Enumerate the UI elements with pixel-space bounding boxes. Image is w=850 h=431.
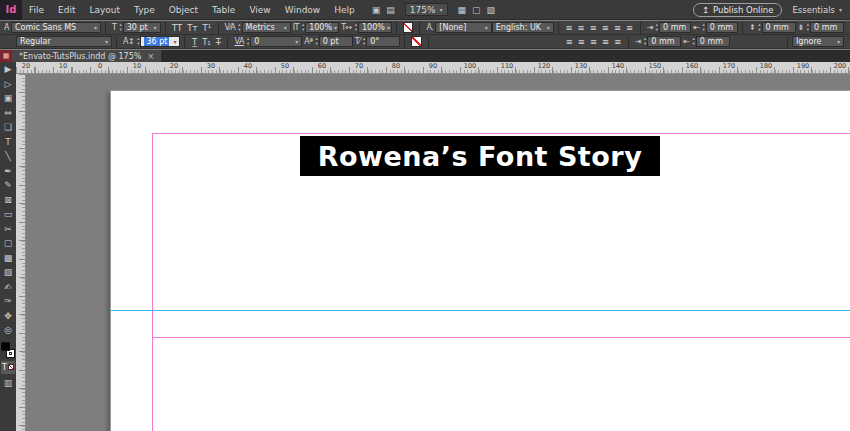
ruler-guide[interactable]	[110, 310, 850, 311]
hand-tool[interactable]: ✥	[0, 309, 16, 324]
vertical-scale-stepper[interactable]: ▴▾	[302, 23, 304, 32]
zoom-level-select[interactable]: 175% ▾	[405, 3, 448, 16]
justify-all-icon[interactable]: ≡	[563, 37, 575, 47]
font-size-field[interactable]: 30 pt ▾	[123, 22, 161, 33]
screen-mode-button[interactable]: ▥	[4, 378, 13, 388]
pen-tool[interactable]: ✒	[0, 164, 16, 179]
character-color-swatch[interactable]	[403, 22, 413, 33]
indent-left-stepper[interactable]: ▴▾	[656, 23, 658, 32]
zoom-tool[interactable]: ◎	[0, 323, 16, 338]
space-before-stepper[interactable]: ▴▾	[758, 23, 760, 32]
leading-field[interactable]: 36 pt ▾	[140, 36, 180, 47]
underline-icon[interactable]: T̲	[189, 37, 199, 47]
note-tool[interactable]: ✍	[0, 280, 16, 295]
screen-mode-icon[interactable]: ▢	[472, 5, 481, 15]
vertical-scale-field[interactable]: 100% ▾	[305, 22, 339, 33]
horizontal-scale-field[interactable]: 100% ▾	[358, 22, 392, 33]
menu-item[interactable]: Type	[127, 0, 162, 20]
type-tool[interactable]: T	[0, 135, 16, 150]
first-line-indent-stepper[interactable]: ▴▾	[644, 37, 646, 46]
horizontal-scale-stepper[interactable]: ▴▾	[355, 23, 357, 32]
horizontal-ruler[interactable]: 2010010203040506070809010011012013014015…	[16, 62, 850, 74]
space-before-field[interactable]: 0 mm	[762, 22, 796, 33]
vertical-ruler[interactable]	[16, 74, 26, 431]
rectangle-tool[interactable]: ▭	[0, 207, 16, 222]
tracking-field[interactable]: 0 ▾	[250, 36, 302, 47]
character-stroke-swatch[interactable]	[411, 36, 422, 47]
menu-item[interactable]: Window	[278, 0, 328, 20]
align-away-from-spine-icon[interactable]: ≡	[587, 37, 599, 47]
free-transform-tool[interactable]: ▢	[0, 236, 16, 251]
document-tab[interactable]: *Envato-TutsPlus.indd @ 175% ×	[12, 50, 161, 62]
leading-stepper[interactable]: ▴▾	[137, 37, 139, 46]
menu-item[interactable]: File	[22, 0, 51, 20]
selection-tool[interactable]: ▶	[0, 62, 16, 77]
font-size-stepper[interactable]: ▴▾	[119, 23, 121, 32]
preview-mode-icon[interactable]: ▣	[372, 5, 381, 15]
title-text-frame[interactable]: Rowena’s Font Story	[300, 136, 660, 176]
justify-center-icon[interactable]: ≡	[611, 23, 623, 33]
align-left-icon[interactable]: ≡	[563, 23, 575, 33]
indent-right-stepper[interactable]: ▴▾	[703, 23, 705, 32]
skew-stepper[interactable]: ▴▾	[363, 37, 365, 46]
menu-item[interactable]: Table	[205, 0, 242, 20]
line-tool[interactable]: ╲	[0, 149, 16, 164]
justify-right-icon[interactable]: ≡	[624, 23, 636, 33]
strikethrough-icon[interactable]: T̶	[213, 37, 223, 47]
menu-item[interactable]: View	[242, 0, 277, 20]
fill-swatch[interactable]	[1, 342, 10, 351]
language-select[interactable]: English: UK ▾	[492, 22, 554, 33]
skew-field[interactable]: 0°	[366, 36, 400, 47]
gap-tool[interactable]: ⇔	[0, 106, 16, 121]
content-collector-tool[interactable]: ❏	[0, 120, 16, 135]
tracking-stepper[interactable]: ▴▾	[247, 37, 249, 46]
arrange-documents-icon[interactable]: ▧	[487, 5, 496, 15]
gradient-feather-tool[interactable]: ▨	[0, 265, 16, 280]
workspace-switcher[interactable]: Essentials ▾	[792, 5, 842, 15]
baseline-shift-field[interactable]: 0 pt	[319, 36, 353, 47]
first-line-indent-field[interactable]: 0 mm	[647, 36, 681, 47]
gradient-swatch-tool[interactable]: ▩	[0, 251, 16, 266]
all-caps-icon[interactable]: TT	[170, 23, 185, 33]
character-formatting-icon[interactable]: A	[4, 23, 9, 32]
space-after-stepper[interactable]: ▴▾	[807, 23, 809, 32]
balance-ragged-lines-icon[interactable]: ≡	[600, 37, 612, 47]
gpu-performance-icon[interactable]: ▤	[386, 5, 395, 15]
baseline-shift-stepper[interactable]: ▴▾	[315, 37, 317, 46]
margin-guide-top[interactable]	[152, 133, 850, 134]
superscript-icon[interactable]: T¹	[200, 23, 214, 33]
last-line-indent-stepper[interactable]: ▴▾	[692, 37, 694, 46]
menu-item[interactable]: Help	[327, 0, 362, 20]
indent-left-field[interactable]: 0 mm	[659, 22, 691, 33]
font-family-select[interactable]: Comic Sans MS ▾	[11, 22, 101, 33]
rectangle-frame-tool[interactable]: ⊠	[0, 193, 16, 208]
space-after-field[interactable]: 0 mm	[810, 22, 844, 33]
kerning-select[interactable]: Metrics ▾	[242, 22, 291, 33]
menu-item[interactable]: Object	[162, 0, 205, 20]
eyedropper-tool[interactable]: ✑	[0, 294, 16, 309]
align-right-icon[interactable]: ≡	[587, 23, 599, 33]
font-style-select[interactable]: Regular ▾	[16, 36, 112, 47]
direct-selection-tool[interactable]: ▷	[0, 77, 16, 92]
subscript-icon[interactable]: T₁	[200, 37, 214, 47]
justify-left-icon[interactable]: ≡	[599, 23, 611, 33]
indent-right-field[interactable]: 0 mm	[706, 22, 738, 33]
last-line-indent-field[interactable]: 0 mm	[696, 36, 730, 47]
view-options-icon[interactable]: ▦	[458, 5, 467, 15]
kerning-stepper[interactable]: ▴▾	[238, 23, 240, 32]
scissors-tool[interactable]: ✂	[0, 222, 16, 237]
menu-item[interactable]: Layout	[83, 0, 128, 20]
page-tool[interactable]: ▣	[0, 91, 16, 106]
formatting-affects-text-button[interactable]: T	[1, 361, 15, 374]
fill-stroke-swatches[interactable]	[1, 342, 15, 358]
paragraph-options-icon[interactable]: ≡	[612, 37, 624, 47]
align-towards-spine-icon[interactable]: ≡	[575, 37, 587, 47]
pencil-tool[interactable]: ✎	[0, 178, 16, 193]
publish-online-button[interactable]: ↥ Publish Online	[693, 3, 783, 17]
vertical-justification-select[interactable]: Ignore ▾	[792, 36, 844, 47]
menu-item[interactable]: Edit	[51, 0, 82, 20]
margin-guide-bottom[interactable]	[152, 337, 850, 338]
character-style-select[interactable]: [None] ▾	[435, 22, 492, 33]
document-canvas[interactable]: Rowena’s Font Story	[26, 74, 850, 431]
close-icon[interactable]: ×	[147, 52, 154, 61]
